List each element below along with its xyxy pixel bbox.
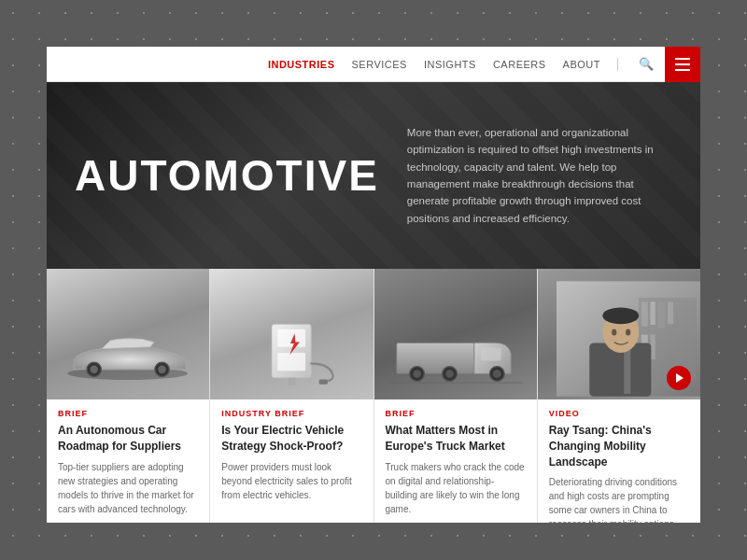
ev-illustration — [229, 315, 354, 390]
video-play-button[interactable] — [667, 366, 691, 390]
card-1-type: BRIEF — [58, 409, 198, 418]
svg-rect-6 — [277, 329, 305, 347]
card-2-body: INDUSTRY BRIEF Is Your Electric Vehicle … — [210, 399, 373, 523]
card-2-desc: Power providers must look beyond electri… — [221, 460, 361, 502]
svg-rect-11 — [480, 348, 500, 361]
card-4-type: VIDEO — [549, 409, 689, 418]
nav-careers[interactable]: CAREERS — [493, 59, 546, 70]
svg-rect-18 — [388, 382, 522, 384]
card-4-image — [538, 269, 700, 399]
svg-point-30 — [602, 308, 639, 325]
nav-divider — [617, 58, 618, 71]
svg-rect-9 — [319, 379, 328, 384]
svg-rect-7 — [277, 353, 305, 371]
svg-point-13 — [413, 370, 421, 378]
card-ev-strategy[interactable]: INDUSTRY BRIEF Is Your Electric Vehicle … — [210, 269, 374, 523]
card-autonomous-car[interactable]: BRIEF An Autonomous Car Roadmap for Supp… — [47, 269, 210, 523]
svg-point-17 — [492, 370, 500, 378]
hero-content: AUTOMOTIVE More than ever, operational a… — [47, 82, 700, 269]
nav-bar: INDUSTRIES SERVICES INSIGHTS CAREERS ABO… — [47, 47, 700, 82]
hamburger-line-3 — [675, 69, 690, 71]
card-1-body: BRIEF An Autonomous Car Roadmap for Supp… — [47, 399, 209, 523]
search-icon[interactable]: 🔍 — [635, 57, 657, 71]
svg-rect-28 — [624, 349, 630, 394]
card-2-image — [210, 269, 373, 399]
card-3-desc: Truck makers who crack the code on digit… — [386, 460, 526, 516]
card-1-image — [47, 269, 209, 399]
card-3-title: What Matters Most in Europe's Truck Mark… — [386, 423, 526, 455]
nav-links: INDUSTRIES SERVICES INSIGHTS CAREERS ABO… — [268, 57, 665, 71]
main-card: INDUSTRIES SERVICES INSIGHTS CAREERS ABO… — [47, 47, 700, 523]
hamburger-line-1 — [675, 58, 690, 60]
svg-point-15 — [445, 370, 454, 378]
card-4-desc: Deteriorating driving conditions and hig… — [549, 475, 689, 523]
card-2-title: Is Your Electric Vehicle Strategy Shock-… — [221, 423, 361, 455]
card-1-title: An Autonomous Car Roadmap for Suppliers — [58, 423, 198, 455]
hero-section: AUTOMOTIVE More than ever, operational a… — [47, 82, 700, 269]
card-3-image — [374, 269, 537, 399]
car-illustration — [56, 329, 200, 385]
truck-illustration — [379, 325, 532, 390]
svg-rect-8 — [289, 378, 296, 385]
hamburger-line-2 — [675, 63, 690, 65]
card-3-type: BRIEF — [386, 409, 526, 418]
svg-rect-21 — [641, 301, 648, 326]
svg-rect-24 — [668, 301, 673, 324]
svg-rect-22 — [650, 301, 655, 325]
nav-about[interactable]: ABOUT — [563, 59, 600, 70]
nav-industries[interactable]: INDUSTRIES — [268, 59, 335, 70]
card-1-desc: Top-tier suppliers are adopting new stra… — [58, 460, 198, 516]
svg-point-4 — [158, 366, 166, 374]
svg-point-31 — [612, 329, 616, 335]
card-ray-tsang-video[interactable]: VIDEO Ray Tsang: China's Changing Mobili… — [538, 269, 700, 523]
card-4-title: Ray Tsang: China's Changing Mobility Lan… — [549, 423, 689, 469]
svg-rect-23 — [657, 301, 665, 328]
nav-insights[interactable]: INSIGHTS — [424, 59, 476, 70]
hero-description: More than ever, operational and organiza… — [407, 124, 672, 227]
cards-section: BRIEF An Autonomous Car Roadmap for Supp… — [47, 269, 700, 523]
svg-point-2 — [90, 366, 98, 374]
hero-title: AUTOMOTIVE — [75, 154, 379, 197]
hamburger-button[interactable] — [665, 47, 700, 82]
card-truck-market[interactable]: BRIEF What Matters Most in Europe's Truc… — [374, 269, 538, 523]
nav-services[interactable]: SERVICES — [352, 59, 407, 70]
card-4-body: VIDEO Ray Tsang: China's Changing Mobili… — [538, 399, 700, 523]
card-3-body: BRIEF What Matters Most in Europe's Truc… — [374, 399, 537, 523]
svg-rect-10 — [396, 343, 473, 373]
svg-point-32 — [626, 329, 630, 335]
card-2-type: INDUSTRY BRIEF — [221, 409, 361, 418]
